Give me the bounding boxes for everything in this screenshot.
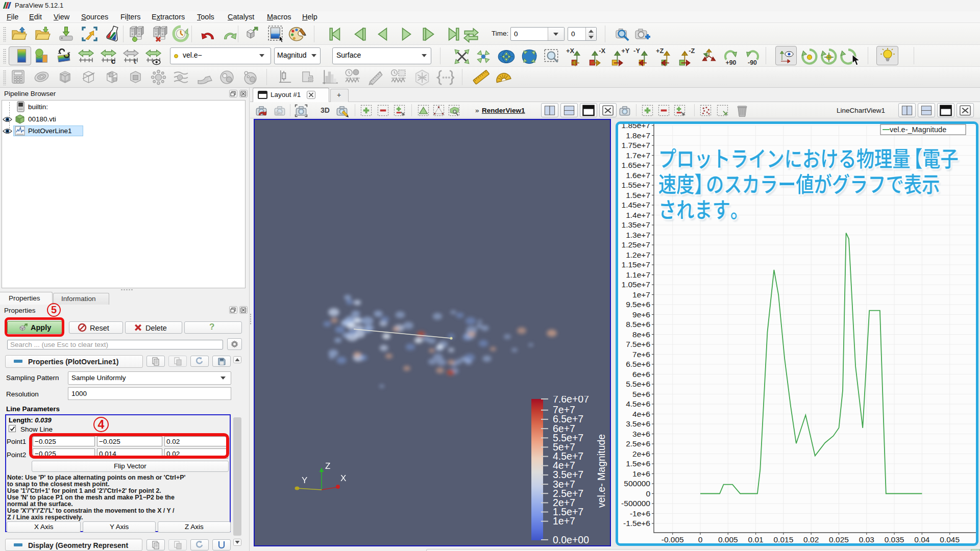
- svg-text:1.2e+7: 1.2e+7: [626, 251, 650, 259]
- svg-text:-X: -X: [599, 47, 605, 55]
- svg-text:7.6e+07: 7.6e+07: [553, 396, 589, 405]
- svg-text:4e+6: 4e+6: [632, 410, 650, 418]
- svg-text:0.025: 0.025: [829, 535, 849, 543]
- svg-text:Z: Z: [325, 461, 330, 471]
- svg-text:0: 0: [646, 489, 650, 498]
- svg-text:+90: +90: [726, 59, 737, 65]
- svg-text:1.75e+7: 1.75e+7: [622, 141, 650, 149]
- svg-text:1.15e+7: 1.15e+7: [622, 260, 650, 269]
- svg-text:1.3e+7: 1.3e+7: [626, 231, 650, 239]
- svg-text:-1e+6: -1e+6: [630, 509, 650, 518]
- svg-text:-500000: -500000: [621, 499, 650, 508]
- svg-text:+Z: +Z: [656, 47, 664, 55]
- svg-text:-Y: -Y: [633, 47, 640, 55]
- svg-text:1.35e+7: 1.35e+7: [622, 220, 650, 229]
- svg-text:9.5e+6: 9.5e+6: [626, 300, 650, 309]
- svg-text:0.0e+00: 0.0e+00: [553, 534, 589, 545]
- svg-text:1.8e+7: 1.8e+7: [626, 131, 650, 140]
- svg-text:5.5e+6: 5.5e+6: [626, 380, 650, 388]
- svg-text:2.5e+6: 2.5e+6: [626, 439, 650, 448]
- svg-text:Y: Y: [302, 475, 307, 485]
- svg-text:0.015: 0.015: [774, 535, 794, 543]
- svg-text:+X: +X: [566, 47, 575, 55]
- svg-text:-1.5e+6: -1.5e+6: [623, 519, 650, 528]
- svg-text:7e+6: 7e+6: [632, 350, 650, 359]
- svg-text:1.45e+7: 1.45e+7: [622, 201, 650, 209]
- svg-text:0.02: 0.02: [803, 535, 819, 543]
- svg-text:5e+6: 5e+6: [632, 390, 650, 398]
- svg-text:500000: 500000: [624, 479, 650, 488]
- svg-text:vel.e-_Magnitude: vel.e-_Magnitude: [890, 126, 946, 134]
- svg-text:1e+6: 1e+6: [632, 469, 650, 478]
- svg-text:0.045: 0.045: [940, 535, 960, 543]
- svg-text:1e+7: 1e+7: [632, 290, 650, 299]
- svg-text:0.01: 0.01: [748, 535, 764, 543]
- svg-text:1.55e+7: 1.55e+7: [622, 181, 650, 189]
- svg-text:4.5e+6: 4.5e+6: [626, 399, 650, 408]
- svg-text:1.1e+7: 1.1e+7: [626, 270, 650, 279]
- svg-text:8e+6: 8e+6: [632, 330, 650, 339]
- svg-text:9e+6: 9e+6: [632, 310, 650, 319]
- svg-text:-0.005: -0.005: [662, 535, 684, 543]
- svg-text:3e+6: 3e+6: [632, 430, 650, 438]
- svg-text:1.5e+6: 1.5e+6: [626, 459, 650, 468]
- svg-text:1.25e+7: 1.25e+7: [622, 240, 650, 249]
- svg-text:t: t: [134, 57, 136, 65]
- svg-text:0.005: 0.005: [718, 535, 738, 543]
- svg-text:1.85e+7: 1.85e+7: [622, 124, 650, 130]
- svg-text:3.5e+6: 3.5e+6: [626, 419, 650, 428]
- svg-text:0.04: 0.04: [914, 535, 930, 543]
- svg-text:X: X: [340, 473, 346, 483]
- svg-text:c: c: [111, 57, 116, 65]
- svg-text:1.6e+7: 1.6e+7: [626, 171, 650, 180]
- svg-text:0: 0: [698, 535, 703, 543]
- svg-text:0.035: 0.035: [885, 535, 904, 543]
- svg-text:1.5e+7: 1.5e+7: [626, 191, 650, 199]
- svg-text:-Z: -Z: [689, 47, 695, 55]
- svg-text:1.05e+7: 1.05e+7: [622, 280, 650, 289]
- svg-text:-90: -90: [748, 59, 757, 65]
- svg-text:+Y: +Y: [621, 47, 630, 55]
- svg-text:1.65e+7: 1.65e+7: [622, 161, 650, 169]
- svg-text:1e+7: 1e+7: [553, 515, 575, 527]
- svg-text:1.4e+7: 1.4e+7: [626, 211, 650, 219]
- svg-text:7.5e+6: 7.5e+6: [626, 340, 650, 348]
- svg-text:1.7e+7: 1.7e+7: [626, 151, 650, 160]
- svg-text:6.5e+6: 6.5e+6: [626, 360, 650, 368]
- svg-text:8.5e+6: 8.5e+6: [626, 320, 650, 329]
- svg-text:0.03: 0.03: [859, 535, 874, 543]
- svg-text:6e+6: 6e+6: [632, 370, 650, 379]
- svg-text:2e+6: 2e+6: [632, 449, 650, 458]
